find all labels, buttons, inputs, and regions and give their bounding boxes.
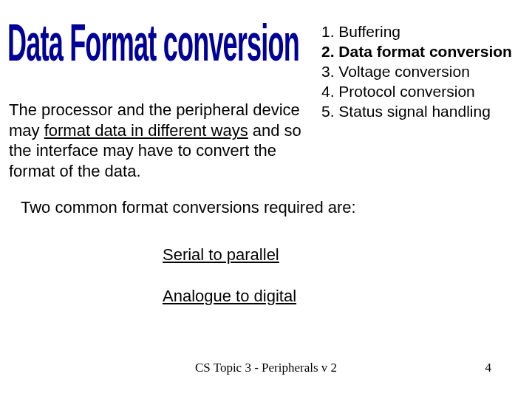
list-label: Voltage conversion: [338, 63, 469, 80]
slide-title: Data Format conversion: [7, 13, 299, 72]
slide-number: 4: [485, 361, 492, 375]
link-analogue-digital[interactable]: Analogue to digital: [163, 287, 296, 306]
list-num: 5.: [321, 103, 335, 120]
list-label: Protocol conversion: [338, 83, 474, 100]
list-label: Status signal handling: [338, 103, 490, 120]
paragraph-1: The processor and the peripheral device …: [9, 100, 319, 181]
list-item: 4. Protocol conversion: [321, 82, 525, 102]
p1-underline: format data in different ways: [44, 121, 248, 140]
link-serial-parallel[interactable]: Serial to parallel: [163, 245, 279, 265]
list-label: Buffering: [338, 23, 400, 40]
slide: Data Format conversion 1. Buffering 2. D…: [0, 0, 532, 399]
list-num: 4.: [321, 83, 335, 100]
list-num: 2.: [321, 43, 335, 60]
list-item: 1. Buffering: [321, 22, 525, 42]
list-num: 1.: [321, 23, 335, 40]
list-item: 3. Voltage conversion: [321, 62, 525, 82]
list-num: 3.: [321, 63, 335, 80]
paragraph-2: Two common format conversions required a…: [21, 198, 494, 217]
list-label: Data format conversion: [338, 43, 512, 60]
list-item: 5. Status signal handling: [321, 102, 525, 122]
footer-text: CS Topic 3 - Peripherals v 2: [0, 361, 532, 375]
list-item: 2. Data format conversion: [321, 42, 525, 62]
function-list: 1. Buffering 2. Data format conversion 3…: [321, 22, 525, 121]
